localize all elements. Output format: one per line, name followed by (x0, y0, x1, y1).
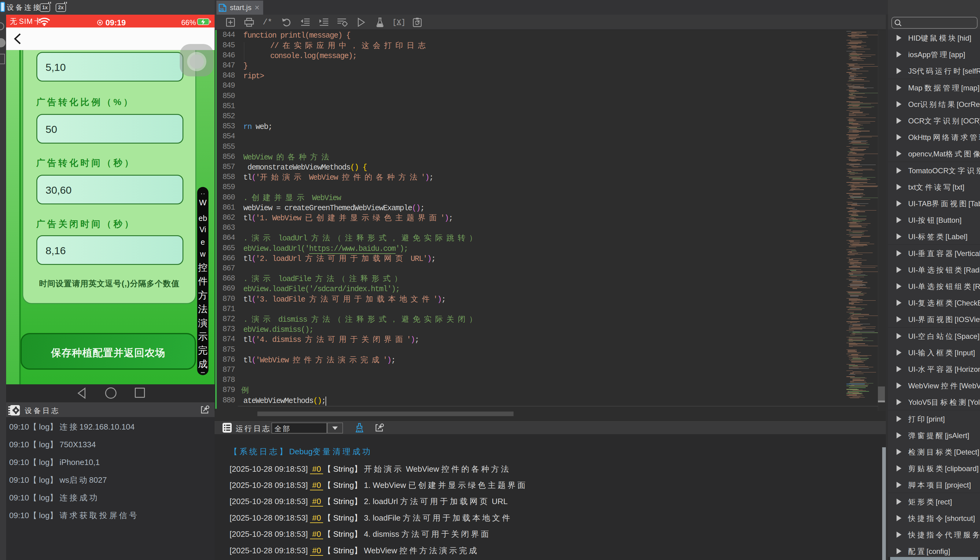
svg-text:JS: JS (219, 8, 224, 12)
